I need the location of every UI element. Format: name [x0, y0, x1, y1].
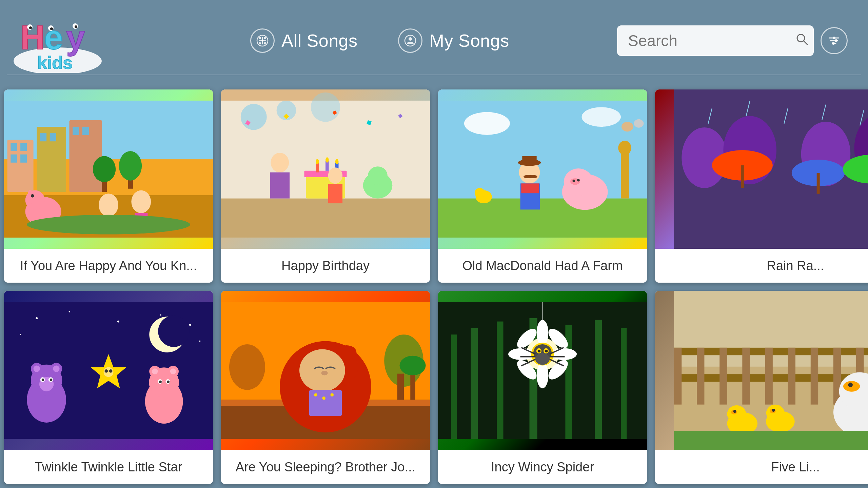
- svg-point-101: [475, 188, 485, 198]
- svg-point-123: [20, 334, 21, 335]
- svg-point-223: [772, 409, 775, 412]
- card-title-bar: Incy Wincy Spider: [438, 450, 647, 484]
- svg-point-118: [36, 317, 38, 319]
- svg-point-79: [370, 173, 383, 185]
- svg-rect-41: [82, 127, 89, 135]
- svg-point-141: [109, 369, 113, 373]
- svg-point-50: [99, 194, 118, 216]
- svg-line-21: [804, 41, 807, 45]
- svg-point-137: [50, 379, 53, 381]
- svg-point-147: [170, 368, 176, 374]
- search-area: [617, 25, 848, 56]
- card-title: Incy Wincy Spider: [445, 460, 640, 474]
- svg-point-83: [582, 107, 621, 127]
- svg-point-70: [316, 159, 319, 164]
- header: H e y kids: [0, 0, 868, 75]
- svg-text:kids: kids: [37, 53, 73, 73]
- card-title: Are You Sleeping? Brother Jo...: [228, 460, 423, 474]
- svg-rect-210: [788, 348, 795, 405]
- svg-rect-81: [438, 199, 647, 238]
- svg-rect-171: [451, 334, 457, 439]
- svg-rect-35: [20, 155, 27, 163]
- all-songs-nav[interactable]: All Songs: [250, 28, 357, 53]
- card-five-li[interactable]: Five Li...: [655, 291, 868, 484]
- card-title-bar: Twinkle Twinkle Little Star: [4, 450, 213, 484]
- svg-rect-207: [719, 348, 727, 405]
- svg-point-169: [399, 356, 426, 375]
- svg-point-136: [42, 379, 44, 381]
- svg-rect-96: [621, 149, 629, 198]
- svg-point-98: [622, 122, 633, 131]
- svg-point-160: [321, 371, 328, 375]
- svg-rect-161: [309, 390, 342, 416]
- svg-text:H: H: [20, 18, 45, 56]
- my-songs-label: My Songs: [429, 30, 509, 51]
- search-input[interactable]: [617, 25, 814, 56]
- card-rain-ra[interactable]: Rain Ra...: [655, 89, 868, 283]
- card-title-bar: Rain Ra...: [655, 249, 868, 283]
- nav-area: All Songs My Songs: [108, 28, 617, 53]
- svg-point-5: [29, 26, 32, 29]
- svg-rect-211: [811, 348, 818, 405]
- person-icon: [398, 28, 422, 53]
- svg-rect-15: [264, 42, 266, 44]
- svg-rect-76: [328, 184, 342, 203]
- svg-point-7: [50, 27, 53, 30]
- svg-point-94: [573, 180, 575, 182]
- svg-point-99: [634, 119, 644, 128]
- card-incy-wincy-spider[interactable]: Incy Wincy Spider: [438, 291, 647, 484]
- svg-point-146: [152, 368, 158, 374]
- card-twinkle-twinkle[interactable]: Twinkle Twinkle Little Star: [4, 291, 213, 484]
- svg-point-219: [733, 410, 736, 413]
- svg-point-119: [69, 311, 70, 312]
- card-title-bar: Five Li...: [655, 450, 868, 484]
- my-songs-nav[interactable]: My Songs: [398, 28, 509, 53]
- svg-point-164: [330, 393, 334, 396]
- card-title-bar: Old MacDonald Had A Farm: [438, 249, 647, 283]
- card-title: Rain Ra...: [662, 259, 868, 273]
- svg-rect-14: [259, 42, 261, 44]
- svg-point-90: [528, 175, 537, 178]
- svg-point-217: [727, 405, 746, 423]
- svg-point-132: [53, 366, 59, 372]
- svg-rect-40: [73, 127, 79, 135]
- svg-point-52: [131, 190, 151, 213]
- logo-area: H e y kids: [7, 7, 108, 75]
- svg-point-120: [117, 321, 119, 323]
- card-are-you-sleeping[interactable]: Are You Sleeping? Brother Jo...: [221, 291, 430, 484]
- heykids-logo: H e y kids: [10, 8, 105, 73]
- card-title: If You Are Happy And You Kn...: [11, 259, 206, 273]
- filter-button[interactable]: [821, 27, 848, 54]
- svg-rect-108: [741, 165, 744, 188]
- svg-rect-228: [674, 431, 868, 450]
- card-title: Happy Birthday: [228, 259, 423, 273]
- svg-point-49: [31, 194, 34, 198]
- svg-rect-32: [11, 143, 17, 151]
- content-grid: If You Are Happy And You Kn...: [0, 75, 868, 488]
- card-happy-birthday[interactable]: Happy Birthday: [221, 89, 430, 283]
- svg-point-180: [537, 362, 549, 388]
- svg-point-25: [833, 37, 835, 39]
- svg-point-57: [241, 104, 267, 130]
- search-button[interactable]: [795, 33, 809, 49]
- film-icon: [250, 28, 275, 53]
- card-title: Twinkle Twinkle Little Star: [11, 460, 206, 474]
- svg-rect-110: [817, 173, 820, 194]
- svg-point-189: [535, 353, 550, 365]
- svg-point-140: [104, 369, 108, 373]
- svg-point-19: [409, 37, 412, 41]
- svg-rect-12: [259, 37, 261, 39]
- svg-point-27: [832, 42, 835, 45]
- card-title-bar: Are You Sleeping? Brother Jo...: [221, 450, 430, 484]
- card-old-macdonald[interactable]: Old MacDonald Had A Farm: [438, 89, 647, 283]
- svg-point-45: [119, 151, 142, 181]
- svg-point-182: [551, 348, 577, 360]
- svg-rect-172: [471, 328, 478, 439]
- svg-rect-88: [521, 183, 539, 193]
- svg-rect-177: [621, 328, 627, 439]
- svg-rect-86: [522, 156, 536, 163]
- svg-rect-13: [264, 37, 266, 39]
- svg-point-121: [160, 314, 161, 316]
- card-if-you-are-happy[interactable]: If You Are Happy And You Kn...: [4, 89, 213, 283]
- svg-point-59: [311, 93, 340, 122]
